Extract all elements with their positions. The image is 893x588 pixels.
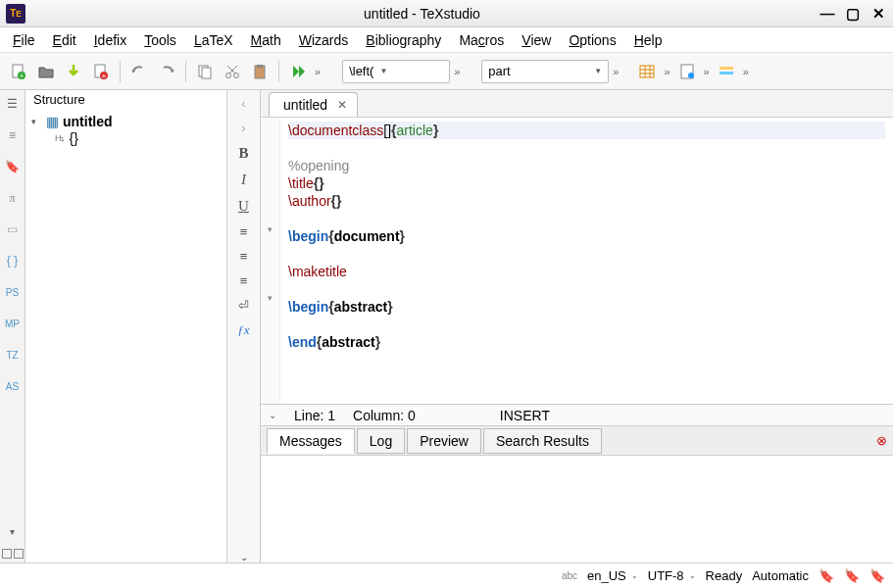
build-button[interactable] <box>285 59 311 84</box>
menu-view[interactable]: View <box>515 30 558 50</box>
menubar: File Edit Idefix Tools LaTeX Math Wizard… <box>0 27 893 53</box>
fmt-more-icon[interactable]: ⌄ <box>233 552 255 563</box>
metapost-icon[interactable]: MP <box>3 314 23 333</box>
toolbar-more-2[interactable]: » <box>452 66 462 77</box>
pstricks-icon[interactable]: PS <box>3 282 23 302</box>
menu-wizards[interactable]: Wizards <box>292 30 356 50</box>
bookmark-1-icon[interactable]: 🔖 <box>819 568 834 583</box>
bookmarks-icon[interactable]: ≡ <box>3 125 23 145</box>
sectioning-combo[interactable]: part▼ <box>481 60 609 83</box>
files-icon[interactable]: ▭ <box>3 220 23 239</box>
symbols-pi-icon[interactable]: π <box>3 188 23 208</box>
editor-tabs: untitled ✕ <box>261 90 893 118</box>
delimiter-combo[interactable]: \left(▼ <box>342 60 450 83</box>
statusline-chevron[interactable]: ⌄ <box>269 410 276 420</box>
align-left-button[interactable]: ≡ <box>233 224 255 239</box>
toolbar-more-3[interactable]: » <box>611 66 620 77</box>
maximize-button[interactable]: ▢ <box>844 5 862 23</box>
format-bar: ‹ › B I U ≡ ≡ ≡ ⏎ ƒx ⌄ <box>227 90 261 563</box>
language-selector[interactable]: en_US⌄ <box>587 568 638 583</box>
structure-view-icon[interactable]: ☰ <box>3 94 23 114</box>
svg-rect-12 <box>640 66 654 77</box>
toolbar-more-1[interactable]: » <box>313 66 322 77</box>
svg-rect-16 <box>719 72 733 74</box>
tree-caret-icon[interactable]: ▾ <box>31 117 41 126</box>
italic-button[interactable]: I <box>233 172 255 188</box>
tikz-icon[interactable]: TZ <box>3 345 23 365</box>
app-icon: TE <box>6 4 25 24</box>
menu-options[interactable]: Options <box>562 30 622 50</box>
close-doc-button[interactable]: × <box>88 59 114 84</box>
tab-search-results[interactable]: Search Results <box>483 428 602 454</box>
messages-panel <box>261 455 893 563</box>
root-mode[interactable]: Automatic <box>752 568 809 583</box>
structure-header: Structure <box>25 90 226 109</box>
close-panel-icon[interactable]: ⊗ <box>876 433 887 448</box>
menu-math[interactable]: Math <box>244 30 288 50</box>
copy-button[interactable] <box>192 59 218 84</box>
layout-2-icon[interactable] <box>14 549 24 559</box>
toolbar: + × » \left(▼ » part▼ » » » » <box>0 53 893 90</box>
left-sidebar: ☰ ≡ 🔖 π ▭ { } PS MP TZ AS ▾ <box>0 90 25 563</box>
asymptote-icon[interactable]: AS <box>3 376 23 396</box>
menu-latex[interactable]: LaTeX <box>187 30 240 50</box>
menu-file[interactable]: File <box>6 30 42 50</box>
align-right-button[interactable]: ≡ <box>233 273 255 288</box>
document-icon: ▦ <box>45 114 59 129</box>
svg-point-14 <box>688 73 694 78</box>
undo-button[interactable] <box>126 59 152 84</box>
bookmark-icon[interactable]: 🔖 <box>3 157 23 176</box>
cut-button[interactable] <box>220 59 245 84</box>
menu-tools[interactable]: Tools <box>137 30 183 50</box>
menu-bibliography[interactable]: Bibliography <box>359 30 448 50</box>
close-button[interactable]: ✕ <box>869 5 887 23</box>
statusbar: abc en_US⌄ UTF-8⌄ Ready Automatic 🔖 🔖 🔖 <box>0 563 893 588</box>
tree-root[interactable]: ▾ ▦ untitled <box>31 113 221 130</box>
expand-icon[interactable]: › <box>233 121 255 135</box>
spellcheck-indicator[interactable]: abc <box>562 570 577 581</box>
highlight-button[interactable] <box>714 59 739 84</box>
redo-button[interactable] <box>154 59 179 84</box>
sectioning-value: part <box>488 64 588 78</box>
menu-help[interactable]: Help <box>627 30 670 50</box>
bold-button[interactable]: B <box>233 145 255 162</box>
tab-label: untitled <box>283 97 327 113</box>
minimize-button[interactable]: — <box>819 5 836 23</box>
paste-button[interactable] <box>247 59 273 84</box>
edit-mode: INSERT <box>500 408 550 423</box>
underline-button[interactable]: U <box>233 198 255 215</box>
new-button[interactable]: + <box>6 59 31 84</box>
collapse-icon[interactable]: ‹ <box>233 96 255 111</box>
align-center-button[interactable]: ≡ <box>233 249 255 264</box>
toolbar-more-6[interactable]: » <box>741 66 751 77</box>
pdf-button[interactable] <box>674 59 700 84</box>
code-editor[interactable]: \documentclass[]{article} %opening\title… <box>280 118 893 404</box>
bookmark-3-icon[interactable]: 🔖 <box>869 568 885 583</box>
bookmark-2-icon[interactable]: 🔖 <box>844 568 860 583</box>
table-button[interactable] <box>634 59 660 84</box>
tree-child[interactable]: H₁ {} <box>31 130 221 146</box>
svg-rect-11 <box>257 65 263 68</box>
tab-untitled[interactable]: untitled ✕ <box>269 92 358 117</box>
menu-macros[interactable]: Macros <box>452 30 511 50</box>
tab-messages[interactable]: Messages <box>267 428 355 454</box>
encoding-selector[interactable]: UTF-8⌄ <box>648 568 696 583</box>
new-line-button[interactable]: ⏎ <box>233 298 255 313</box>
tab-preview[interactable]: Preview <box>407 428 481 454</box>
svg-point-8 <box>226 73 231 77</box>
editor-statusline: ⌄ Line: 1 Column: 0 INSERT <box>261 404 893 425</box>
sidebar-expand-icon[interactable]: ▾ <box>10 526 15 537</box>
cursor-column: Column: 0 <box>353 408 416 423</box>
toolbar-more-4[interactable]: » <box>662 66 671 77</box>
math-mode-button[interactable]: ƒx <box>233 322 255 338</box>
save-button[interactable] <box>61 59 86 84</box>
menu-edit[interactable]: Edit <box>46 30 83 50</box>
layout-1-icon[interactable] <box>2 549 12 559</box>
brackets-icon[interactable]: { } <box>3 251 23 270</box>
toolbar-more-5[interactable]: » <box>702 66 712 77</box>
tab-log[interactable]: Log <box>357 428 405 454</box>
tab-close-icon[interactable]: ✕ <box>337 98 347 112</box>
menu-idefix[interactable]: Idefix <box>87 30 133 50</box>
status-ready: Ready <box>706 568 743 583</box>
open-button[interactable] <box>33 59 59 84</box>
